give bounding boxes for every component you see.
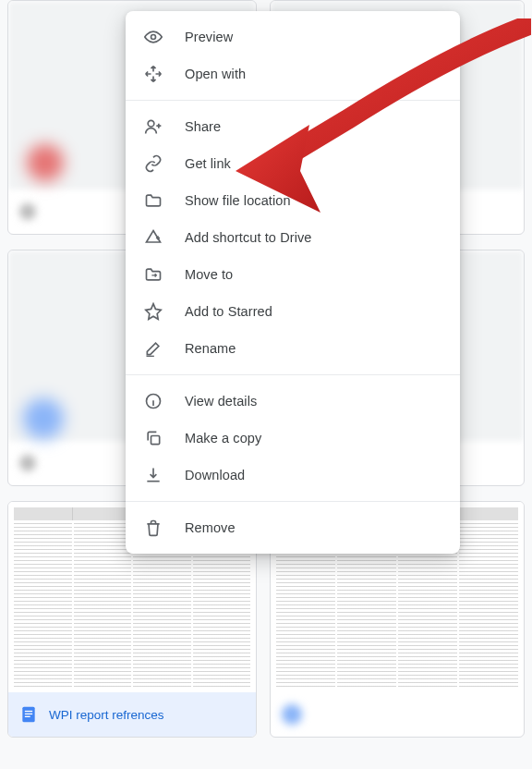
pencil-icon	[144, 339, 163, 358]
menu-label: Get link	[185, 156, 445, 171]
info-icon	[144, 392, 163, 410]
menu-item-open-with[interactable]: Open with	[126, 55, 460, 92]
menu-label: Show file location	[185, 193, 445, 208]
copy-icon	[144, 429, 163, 447]
svg-rect-7	[151, 436, 160, 445]
menu-item-download[interactable]: Download	[126, 457, 460, 494]
svg-point-5	[148, 120, 154, 127]
menu-label: Move to	[185, 267, 445, 282]
context-menu: Preview Open with Share Get link Show fi…	[126, 11, 460, 554]
menu-label: Add to Starred	[185, 304, 445, 319]
menu-label: Share	[185, 119, 445, 134]
eye-icon	[144, 28, 163, 46]
menu-label: Preview	[185, 30, 445, 44]
menu-item-share[interactable]: Share	[126, 108, 460, 145]
file-footer: WPI report refrences	[8, 692, 256, 737]
folder-move-icon	[144, 265, 163, 284]
menu-label: Make a copy	[185, 431, 445, 446]
link-icon	[144, 154, 163, 173]
menu-item-make-copy[interactable]: Make a copy	[126, 420, 460, 457]
menu-label: Rename	[185, 341, 445, 356]
folder-icon	[144, 191, 163, 210]
menu-item-remove[interactable]: Remove	[126, 509, 460, 546]
menu-item-preview[interactable]: Preview	[126, 18, 460, 55]
drive-shortcut-icon	[144, 228, 163, 247]
menu-item-move-to[interactable]: Move to	[126, 256, 460, 293]
menu-label: Add shortcut to Drive	[185, 230, 445, 245]
menu-item-view-details[interactable]: View details	[126, 383, 460, 420]
svg-point-4	[151, 35, 156, 40]
menu-item-add-starred[interactable]: Add to Starred	[126, 293, 460, 330]
star-icon	[144, 302, 163, 321]
menu-label: Download	[185, 468, 445, 482]
google-docs-icon	[19, 705, 38, 724]
download-icon	[144, 466, 163, 484]
arrows-icon	[144, 65, 163, 83]
svg-rect-2	[25, 714, 32, 714]
svg-rect-3	[25, 716, 30, 717]
file-footer	[271, 692, 524, 737]
menu-divider	[126, 374, 460, 375]
person-add-icon	[144, 117, 163, 136]
svg-rect-1	[25, 711, 32, 712]
chevron-right-icon	[430, 67, 445, 81]
menu-item-show-location[interactable]: Show file location	[126, 182, 460, 219]
menu-item-add-shortcut[interactable]: Add shortcut to Drive	[126, 219, 460, 256]
trash-icon	[144, 519, 163, 537]
file-title: WPI report refrences	[49, 708, 164, 722]
menu-label: Open with	[185, 67, 408, 81]
menu-item-rename[interactable]: Rename	[126, 330, 460, 367]
menu-label: Remove	[185, 520, 445, 535]
menu-label: View details	[185, 394, 445, 409]
menu-divider	[126, 100, 460, 101]
menu-divider	[126, 501, 460, 502]
menu-item-get-link[interactable]: Get link	[126, 145, 460, 182]
